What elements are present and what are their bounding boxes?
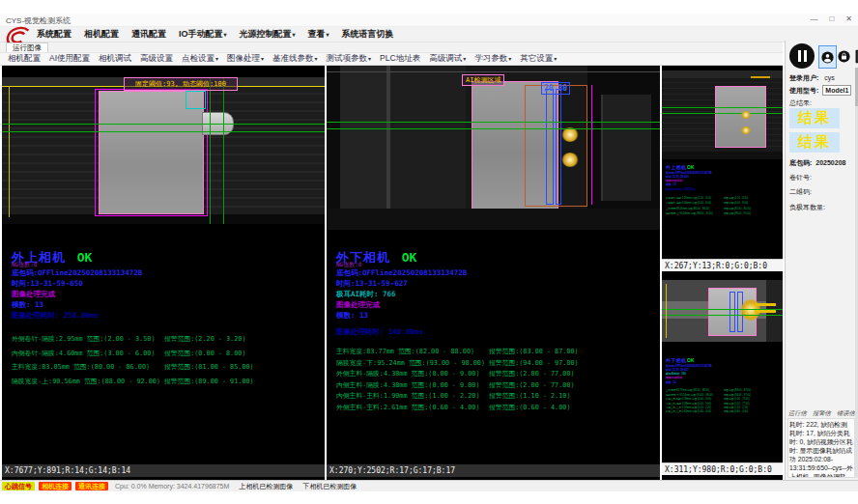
menu-item-view[interactable]: 查看▾ [308,28,329,41]
measure-line-green [210,77,211,224]
camera-image-lower[interactable]: AI检测区域 20.80 [327,66,660,230]
pack-code-value: 20250208 [815,159,845,166]
measurement-row: 隔膜宽度-下:95.24mm 范围:(93.00 - 98.00)报警范围:(9… [336,358,579,370]
chevron-down-icon: ▾ [261,56,264,62]
model-row: 使用型号: Model1 [789,85,857,96]
user-icon [821,51,834,64]
thumb-view-lower[interactable]: 外下相机OK 底包码:OFFline2025020813313472B 时间:1… [662,274,783,475]
camera-view-upper[interactable]: 固定阈值:93, 动态阈值:100 外上相机 OK NG张数:0 底包码:OFF… [2,66,325,480]
tool-label: AI使用配置 [49,53,90,63]
tool-camera-config[interactable]: 相机配置 [8,53,41,65]
menu-item-comm-config[interactable]: 通讯配置 [131,28,166,41]
pause-button[interactable] [789,43,815,69]
window-controls: — □ ✕ [810,14,852,23]
menu-item-language-switch[interactable]: 系统语言切换 [342,28,394,41]
done-line: 图像处理完成 [336,299,579,310]
measure-value: 外侧卷针-隔膜:2.95mm 范围:(2.00 - 3.50) [12,332,164,347]
measure-line-green [2,131,325,132]
minimize-button[interactable]: — [810,14,817,23]
measure-line-green [662,107,783,108]
heartbeat-status-badge: 心跳信号 [2,482,35,490]
annotation-mark-yellow [755,303,776,306]
chevron-down-icon: ▾ [508,56,511,62]
annotation-box-blue [556,89,561,205]
tool-plc-address-table[interactable]: PLC地址表 [380,53,420,65]
measurement-list: 主料宽度:83.77mm 范围:(82.00 - 88.00)报警范围:(83.… [336,347,579,413]
lower-camera-detect-status: 下相机已检测图像 [302,482,357,491]
status-bar: 心跳信号 相机连接 通讯连接 Cpu: 0.0% Memory: 3424.41… [0,480,858,491]
measurement-row: 主料宽度:83.05mm 范围:(80.00 - 86.00)报警范围:(81.… [12,360,254,375]
run-log[interactable]: 耗时: 222, 缺陷检测耗时: 17, 缺陷分类耗时: 0, 缺陷视频分区耗时… [787,418,855,478]
qr-code-label: 二维码: [789,187,857,197]
tool-learning-params[interactable]: 学习参数▾ [474,53,511,65]
pack-code-line: 底包码:OFFline2025020813313472B [336,267,579,278]
model-select[interactable]: Model1 [822,85,851,96]
tool-label: 相机配置 [8,53,41,63]
chevron-down-icon: ▾ [368,56,371,62]
annotation-mark-yellow [751,76,770,78]
thumb-image-upper[interactable] [662,70,783,159]
time-line: 时间:13-31-59-627 [336,278,579,289]
camera-image-upper[interactable]: 固定阈值:93, 动态阈值:100 [2,77,325,224]
measure-line-green [662,113,783,114]
tool-label: 其它设置 [520,53,553,63]
exit-button[interactable] [851,44,858,68]
chevron-down-icon: ▾ [554,56,557,62]
tool-image-processing[interactable]: 图像处理▾ [227,53,264,65]
alarm-range: 报警范围:(81.00 - 85.00) [164,360,254,375]
tool-ai-usage-config[interactable]: AI使用配置 [49,53,90,65]
chevron-down-icon: ▾ [224,32,227,38]
thumb-image-lower[interactable] [662,280,783,342]
annotation-line-yellow [666,284,667,338]
status-ok: OK [687,358,694,364]
toolbar: 相机配置 AI使用配置 相机调试 高级设置 点检设置▾ 图像处理▾ 基准线参数▾… [0,52,783,66]
tool-spot-check[interactable]: 点检设置▾ [182,53,218,65]
user-login-button[interactable] [818,45,837,69]
measurement-row: 外侧主料-隔膜:4.38mm 范围:(0.00 - 9.00)报警范围:(2.0… [336,369,579,380]
total-result-label: 总结果: [789,98,857,108]
measurement-row: 外侧卷针-隔膜:2.95mm 范围:(2.00 - 3.50)报警范围:(2.2… [12,332,254,347]
measurement-list: 外侧卷针-隔膜:2.95mm 范围:(2.00 - 3.50)报警范围:(2.2… [12,332,254,388]
tool-advanced-settings[interactable]: 高级设置 [140,53,173,65]
measurement-row: 内侧主料-隔膜:4.38mm 范围:(0.00 - 9.00)报警范围:(2.0… [336,380,579,392]
menu-item-system-config[interactable]: 系统配置 [37,28,72,41]
tab-strip: 运行图像 [0,42,783,52]
done-line: 图像处理完成 [12,289,254,299]
ai-elapsed-line: 极耳AI耗时: 766 [336,289,579,299]
tool-camera-debug[interactable]: 相机调试 [99,53,131,65]
menu-label: 光源控制配置 [240,29,292,39]
image-edge [327,71,660,72]
measurement-row: 外侧主料-主料:2.61mm 范围:(0.60 - 4.00)报警范围:(0.6… [336,403,579,414]
tool-test-item-params[interactable]: 测试项参数▾ [327,53,372,65]
close-button[interactable]: ✕ [845,14,852,23]
camera-view-lower[interactable]: AI检测区域 20.80 外下相机 OK NG张数:0 底包码:OFFline2… [327,66,660,480]
measure-value: 隔膜宽度-下:95.24mm 范围:(93.00 - 98.00) [336,358,489,370]
maximize-button[interactable]: □ [829,14,834,23]
measure-value: 主料宽度:83.77mm 范围:(82.00 - 88.00) [336,347,489,358]
status-ok: OK [402,250,417,265]
tool-baseline-params[interactable]: 基准线参数▾ [272,53,318,65]
menu-item-light-control-config[interactable]: 光源控制配置▾ [240,28,296,41]
alarm-range: 报警范围:(89.00 - 91.00) [164,375,254,389]
tool-label: 相机调试 [99,53,131,63]
alarm-range: 报警范围:(83.00 - 87.00) [489,347,579,358]
pause-icon [804,50,807,62]
lock-button[interactable] [837,47,851,65]
side-panel: 登录用户: cys 使用型号: Model1 总结果: 结果 结果 底包码: 2… [785,41,858,480]
cursor-coords-thumb-upper: X:267;Y:13;R:0;G:0;B:0 [662,259,783,271]
measure-value: 内侧主料-隔膜:4.38mm 范围:(0.00 - 9.00) [336,380,489,392]
comm-connection-badge: 通讯连接 [75,482,108,490]
lock-icon [838,50,850,63]
menu-item-camera-config[interactable]: 相机配置 [84,28,119,41]
tool-advanced-debug[interactable]: 高级调试▾ [429,53,466,65]
tool-label: 高级设置 [140,53,173,63]
thumb-view-upper[interactable]: 外上相机OK 底包码:OFFline2025020813313472B 时间:1… [662,66,783,271]
tool-label: 图像处理 [227,53,260,63]
tool-other-settings[interactable]: 其它设置▾ [520,53,557,65]
chevron-down-icon: ▾ [327,32,329,38]
measure-value: 隔膜宽度-上:90.56mm 范围:(88.00 - 92.00) [12,375,164,389]
menu-item-io-manual-config[interactable]: IO手动配置▾ [179,28,227,41]
alarm-range: 报警范围:(1.10 - 2.10) [489,391,570,403]
cursor-coords-thumb-lower: X:311;Y:980;R:0;G:0;B:0 [662,462,783,475]
elapsed-line: 图像处理耗时: 258.00ms [12,310,254,321]
